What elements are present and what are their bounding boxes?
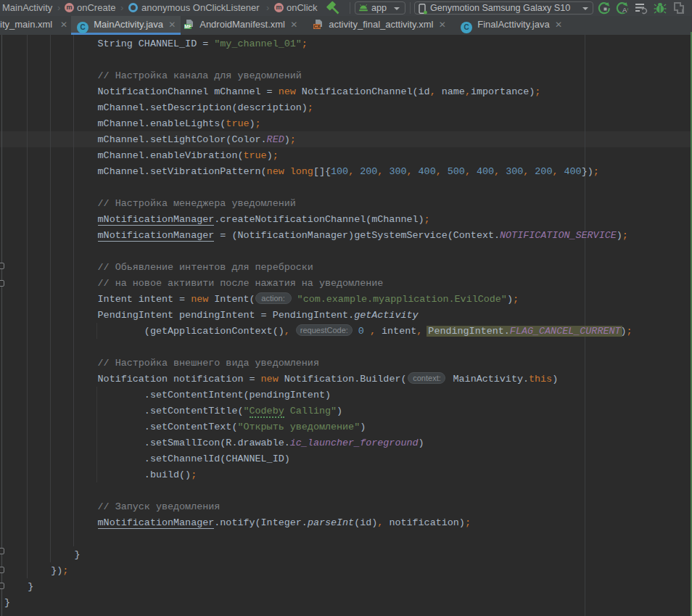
svg-text:A: A [622,6,627,14]
svg-text:MF: MF [184,24,191,29]
svg-text:CX: CX [313,24,321,29]
